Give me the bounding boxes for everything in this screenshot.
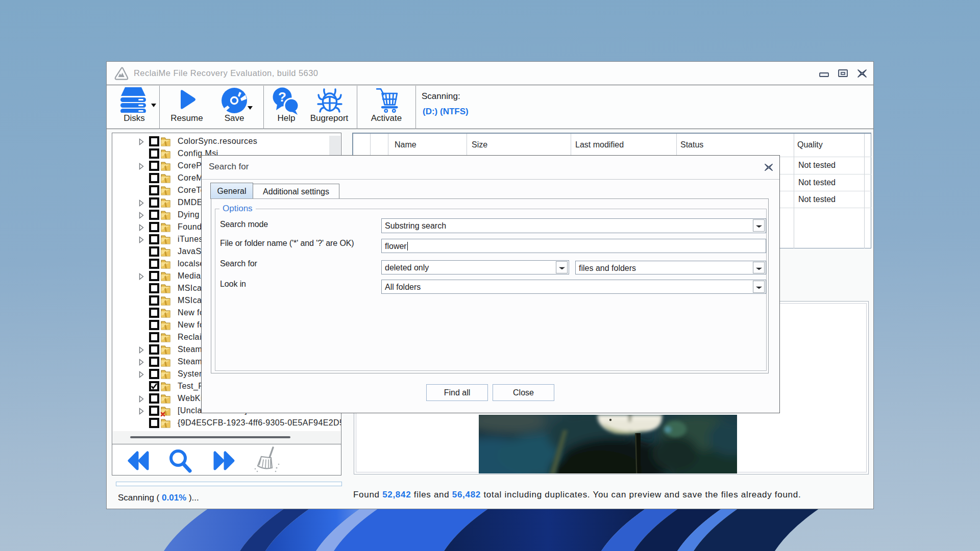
svg-text:?: ? [278,89,286,105]
